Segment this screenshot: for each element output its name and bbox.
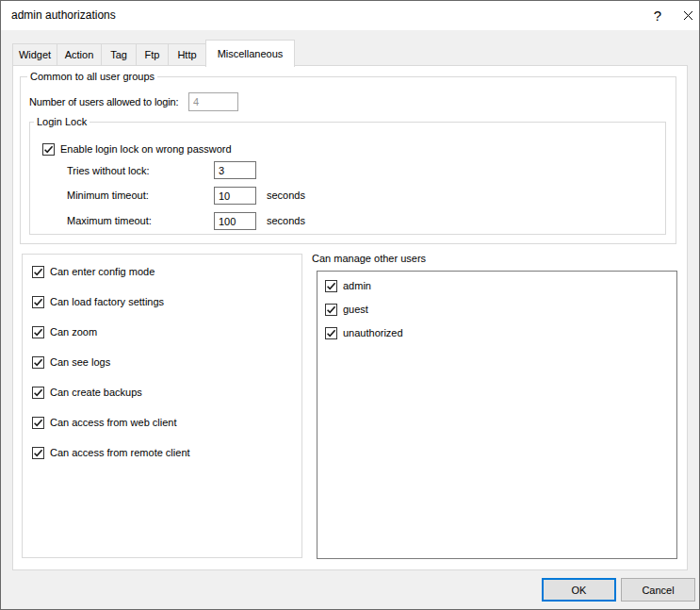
check-icon: [33, 267, 43, 277]
titlebar: admin authorizations ?: [1, 1, 699, 30]
checkbox-box[interactable]: [325, 304, 337, 316]
users-allowed-label: Number of users allowed to login:: [29, 94, 178, 109]
close-button[interactable]: [673, 1, 700, 29]
checkbox-box[interactable]: [325, 280, 337, 292]
check-icon: [33, 327, 43, 338]
checkbox-can-create-backups[interactable]: Can create backups: [32, 385, 142, 400]
checkbox-label: unauthorized: [343, 327, 403, 338]
check-icon: [326, 281, 336, 291]
checkbox-box[interactable]: [32, 447, 44, 459]
checkbox-box[interactable]: [32, 387, 44, 399]
checkbox-label: Enable login lock on wrong password: [60, 143, 232, 155]
check-icon: [33, 297, 43, 307]
help-button[interactable]: ?: [643, 1, 673, 29]
checkbox-box[interactable]: [32, 296, 44, 308]
checkbox-can-zoom[interactable]: Can zoom: [32, 324, 97, 339]
group-common-to-all-user-groups: Common to all user groups Number of user…: [20, 76, 676, 244]
manage-group-title: Can manage other users: [312, 251, 426, 266]
tab-widget[interactable]: Widget: [12, 43, 57, 65]
checkbox-enable-login-lock[interactable]: Enable login lock on wrong password: [42, 141, 232, 157]
checkbox-label: guest: [343, 304, 368, 315]
checkbox-box[interactable]: [32, 326, 44, 338]
users-allowed-input[interactable]: [188, 92, 238, 111]
check-icon: [43, 144, 54, 155]
group-title: Login Lock: [34, 115, 90, 128]
maximum-timeout-input[interactable]: [214, 212, 256, 230]
ok-button[interactable]: OK: [542, 578, 616, 602]
checkbox-box[interactable]: [32, 356, 44, 369]
checkbox-label: Can enter config mode: [50, 266, 155, 277]
checkbox-label: Can access from web client: [50, 417, 177, 428]
minimum-timeout-suffix: seconds: [267, 188, 305, 203]
check-icon: [33, 418, 43, 428]
manage-users-list: admin guest unauthorized: [317, 271, 677, 559]
window-title: admin authorizations: [11, 1, 116, 30]
group-login-lock: Login Lock Enable login lock on wrong pa…: [29, 122, 666, 235]
close-icon: [683, 10, 693, 21]
checkbox-box[interactable]: [32, 266, 44, 278]
checkbox-user-unauthorized[interactable]: unauthorized: [325, 325, 403, 340]
tries-without-lock-input[interactable]: [214, 161, 256, 179]
checkbox-box[interactable]: [42, 143, 55, 156]
checkbox-can-access-from-web-client[interactable]: Can access from web client: [32, 415, 177, 430]
tries-without-lock-label: Tries without lock:: [67, 163, 150, 178]
check-icon: [33, 387, 43, 398]
minimum-timeout-input[interactable]: [214, 187, 256, 205]
checkbox-can-see-logs[interactable]: Can see logs: [32, 354, 110, 370]
checkbox-label: Can create backups: [50, 387, 142, 398]
checkbox-can-access-from-remote-client[interactable]: Can access from remote client: [32, 445, 190, 460]
help-icon: ?: [654, 8, 661, 24]
tab-tag[interactable]: Tag: [101, 43, 137, 65]
checkbox-label: Can see logs: [50, 356, 110, 368]
checkbox-user-admin[interactable]: admin: [325, 278, 371, 293]
checkbox-box[interactable]: [325, 327, 337, 339]
checkbox-can-load-factory-settings[interactable]: Can load factory settings: [32, 294, 164, 309]
checkbox-label: Can load factory settings: [50, 296, 164, 307]
checkbox-label: Can zoom: [50, 326, 97, 338]
maximum-timeout-label: Maximum timeout:: [67, 213, 152, 228]
cancel-button[interactable]: Cancel: [621, 578, 695, 602]
checkbox-box[interactable]: [32, 417, 44, 429]
check-icon: [33, 448, 43, 458]
permissions-panel: Can enter config mode Can load factory s…: [22, 254, 302, 558]
checkbox-can-enter-config-mode[interactable]: Can enter config mode: [32, 264, 155, 279]
minimum-timeout-label: Minimum timeout:: [67, 188, 149, 203]
checkbox-label: admin: [343, 280, 371, 291]
check-icon: [33, 357, 43, 368]
tab-http[interactable]: Http: [168, 43, 206, 65]
checkbox-user-guest[interactable]: guest: [325, 302, 368, 317]
tab-action[interactable]: Action: [57, 43, 102, 65]
dialog-admin-authorizations: admin authorizations ? Widget Action Tag…: [0, 0, 700, 610]
check-icon: [326, 328, 336, 338]
tab-ftp[interactable]: Ftp: [136, 43, 169, 65]
group-title: Common to all user groups: [27, 70, 157, 83]
tab-miscellaneous[interactable]: Miscellaneous: [205, 40, 295, 67]
checkbox-label: Can access from remote client: [50, 447, 190, 458]
check-icon: [326, 305, 336, 315]
maximum-timeout-suffix: seconds: [267, 213, 305, 228]
